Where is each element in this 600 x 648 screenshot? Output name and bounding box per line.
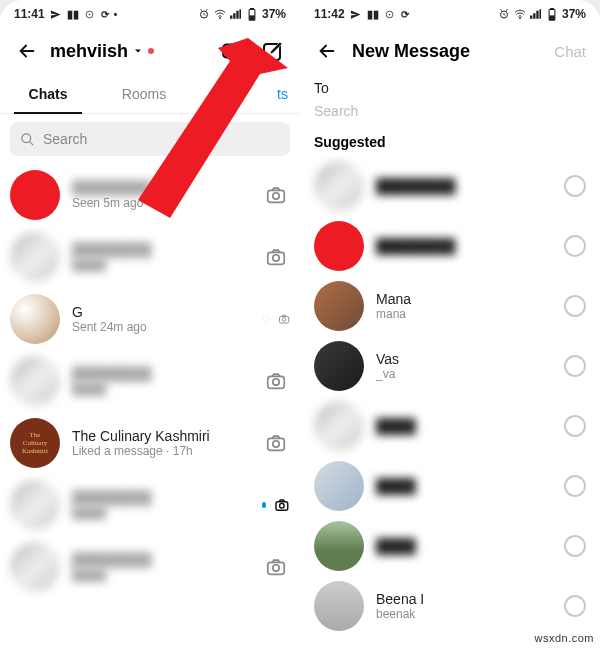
sugg-name: Beena I bbox=[376, 591, 552, 607]
chat-name: ████████ bbox=[72, 180, 250, 196]
chat-subtitle: ████ bbox=[72, 382, 250, 396]
tab-chats[interactable]: Chats bbox=[0, 74, 96, 113]
svg-point-22 bbox=[280, 503, 285, 508]
sugg-name: Vas bbox=[376, 351, 552, 367]
chat-row[interactable]: ████████ ████ bbox=[0, 350, 300, 412]
chat-subtitle: ████ bbox=[72, 258, 250, 272]
camera-icon[interactable] bbox=[274, 494, 290, 516]
sugg-sub: _va bbox=[376, 367, 552, 381]
camera-icon[interactable] bbox=[278, 308, 290, 330]
chat-subtitle: Liked a message · 17h bbox=[72, 444, 250, 458]
select-radio[interactable] bbox=[564, 295, 586, 317]
alarm-icon bbox=[498, 8, 510, 20]
chat-list: ████████ Seen 5m ago ████████ ████ G Sen… bbox=[0, 164, 300, 648]
svg-rect-6 bbox=[250, 15, 254, 19]
sugg-name: ████████ bbox=[376, 238, 552, 254]
camera-icon[interactable] bbox=[265, 246, 287, 268]
chat-subtitle: ████ bbox=[72, 506, 250, 520]
sugg-name: Mana bbox=[376, 291, 552, 307]
suggested-row[interactable]: Beena I beenak bbox=[300, 576, 600, 636]
chat-row[interactable]: ████████ Seen 5m ago bbox=[0, 164, 300, 226]
chevron-down-icon bbox=[132, 45, 144, 57]
svg-point-24 bbox=[273, 565, 279, 571]
suggested-row[interactable]: Vas _va bbox=[300, 336, 600, 396]
inbox-header: mehviish bbox=[0, 28, 300, 74]
avatar bbox=[10, 294, 60, 344]
suggested-list: ████████ ████████ Mana mana Vas bbox=[300, 156, 600, 648]
sugg-name: ████████ bbox=[376, 178, 552, 194]
svg-point-26 bbox=[389, 13, 391, 15]
select-radio[interactable] bbox=[564, 175, 586, 197]
sugg-name: ████ bbox=[376, 538, 552, 554]
disc-icon bbox=[84, 8, 96, 20]
search-bar[interactable] bbox=[10, 122, 290, 156]
status-time: 11:42 bbox=[314, 7, 345, 21]
suggested-row[interactable]: Mana mana bbox=[300, 276, 600, 336]
chat-row[interactable]: G Sent 24m ago bbox=[0, 288, 300, 350]
suggested-row[interactable]: ████ bbox=[300, 396, 600, 456]
recipient-search-input[interactable] bbox=[314, 103, 586, 119]
arrow-left-icon bbox=[16, 40, 38, 62]
chat-row[interactable]: ████████ ████ bbox=[0, 474, 300, 536]
recipient-search[interactable] bbox=[300, 98, 600, 130]
avatar bbox=[10, 480, 60, 530]
avatar bbox=[314, 461, 364, 511]
watermark: wsxdn.com bbox=[534, 632, 594, 644]
avatar bbox=[10, 356, 60, 406]
svg-rect-31 bbox=[550, 15, 554, 19]
chat-name: ████████ bbox=[72, 242, 250, 258]
sending-icon bbox=[262, 312, 270, 326]
signal-icon bbox=[230, 8, 242, 20]
back-button[interactable] bbox=[310, 34, 344, 68]
new-message-screen: 11:42 ▮▮ ⟳ 37% New Message Chat To bbox=[300, 0, 600, 648]
suggested-row[interactable]: ████████ bbox=[300, 156, 600, 216]
avatar bbox=[10, 542, 60, 592]
select-radio[interactable] bbox=[564, 595, 586, 617]
compose-button[interactable] bbox=[256, 34, 290, 68]
battery-icon bbox=[246, 8, 258, 20]
send-icon bbox=[350, 8, 362, 20]
suggested-row[interactable]: ████ bbox=[300, 456, 600, 516]
camera-icon[interactable] bbox=[265, 184, 287, 206]
dm-inbox-screen: 11:41 ▮▮ ⟳ • 37% mehviish bbox=[0, 0, 300, 648]
suggested-row[interactable]: ████████ bbox=[300, 216, 600, 276]
camera-icon[interactable] bbox=[265, 556, 287, 578]
arrow-left-icon bbox=[316, 40, 338, 62]
chat-row[interactable]: ████████ ████ bbox=[0, 226, 300, 288]
camera-icon[interactable] bbox=[265, 432, 287, 454]
back-button[interactable] bbox=[10, 34, 44, 68]
select-radio[interactable] bbox=[564, 415, 586, 437]
camera-icon[interactable] bbox=[265, 370, 287, 392]
tab-rooms[interactable]: Rooms bbox=[96, 74, 192, 113]
svg-point-9 bbox=[22, 133, 31, 142]
chat-subtitle: ████ bbox=[72, 568, 250, 582]
select-radio[interactable] bbox=[564, 535, 586, 557]
status-battery-pct: 37% bbox=[562, 7, 586, 21]
chat-subtitle: Seen 5m ago bbox=[72, 196, 250, 210]
svg-point-11 bbox=[273, 193, 279, 199]
status-bar: 11:41 ▮▮ ⟳ • 37% bbox=[0, 0, 300, 28]
chat-row[interactable]: ████████ ████ bbox=[0, 536, 300, 598]
select-radio[interactable] bbox=[564, 355, 586, 377]
wifi-icon bbox=[214, 8, 226, 20]
svg-point-28 bbox=[519, 18, 520, 19]
search-input[interactable] bbox=[43, 131, 280, 147]
chat-action-button[interactable]: Chat bbox=[554, 43, 590, 60]
account-switcher[interactable]: mehviish bbox=[50, 41, 210, 62]
video-call-button[interactable] bbox=[216, 34, 250, 68]
chat-name: The Culinary Kashmiri bbox=[72, 428, 250, 444]
suggested-row[interactable]: ████ bbox=[300, 516, 600, 576]
select-radio[interactable] bbox=[564, 235, 586, 257]
select-radio[interactable] bbox=[564, 475, 586, 497]
tab-requests[interactable]: ts bbox=[192, 74, 300, 113]
avatar bbox=[314, 161, 364, 211]
avatar bbox=[10, 170, 60, 220]
sugg-name: ████ bbox=[376, 478, 552, 494]
pause-icon: ▮▮ bbox=[367, 8, 379, 21]
video-icon bbox=[220, 38, 246, 64]
disc-icon bbox=[384, 8, 396, 20]
wifi-icon bbox=[514, 8, 526, 20]
chat-row[interactable]: TheCulinaryKashmiri The Culinary Kashmir… bbox=[0, 412, 300, 474]
dot-icon: • bbox=[114, 9, 118, 20]
status-battery-pct: 37% bbox=[262, 7, 286, 21]
